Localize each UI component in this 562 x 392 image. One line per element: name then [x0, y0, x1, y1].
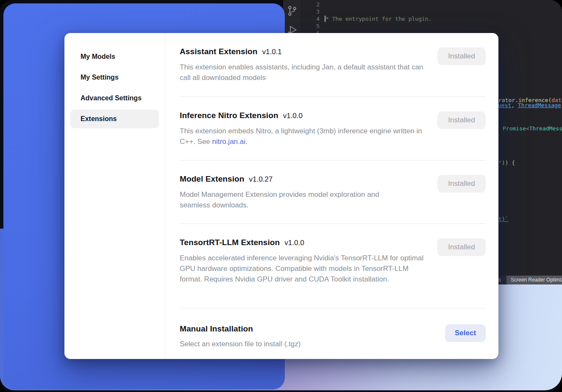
extension-row-assistant: Assistant Extension v1.0.1 This extensio… [180, 33, 486, 97]
extension-version: v1.0.0 [283, 110, 303, 122]
extension-row-model: Model Extension v1.0.27 Model Management… [180, 160, 486, 224]
select-file-button[interactable]: Select [445, 324, 486, 342]
code-fragment-brace: ")) { [498, 160, 515, 166]
installed-button[interactable]: Installed [437, 175, 486, 193]
code-fragment-template-end: t}` [498, 216, 508, 222]
settings-modal: My Models My Settings Advanced Settings … [64, 33, 498, 359]
extension-description: This extension embeds Nitro, a lightweig… [180, 126, 428, 147]
sidebar-item-label: Advanced Settings [81, 94, 142, 102]
code-line-2: * The entrypoint for the plugin. [326, 15, 562, 22]
sidebar-item-label: Extensions [81, 115, 117, 123]
extension-info: Model Extension v1.0.27 Model Management… [180, 173, 400, 210]
extension-description: Enables accelerated inference leveraging… [180, 253, 431, 284]
manual-installation-info: Manual Installation Select an extension … [180, 323, 300, 349]
extension-description: This extension enables assistants, inclu… [180, 62, 428, 83]
extension-title: Model Extension [180, 173, 244, 185]
extension-row-inference-nitro: Inference Nitro Extension v1.0.0 This ex… [180, 97, 486, 160]
code-fragment-inference: rator.inference(data)); [498, 97, 562, 103]
sidebar-item-my-models[interactable]: My Models [70, 47, 159, 66]
manual-installation-title: Manual Installation [180, 323, 253, 335]
extension-title: Assistant Extension [180, 46, 258, 58]
extension-info: TensortRT-LLM Extension v1.0.0 Enables a… [180, 237, 431, 284]
extension-row-tensorrt-llm: TensortRT-LLM Extension v1.0.0 Enables a… [180, 224, 486, 308]
sidebar-item-label: My Models [81, 53, 115, 61]
manual-installation-description: Select an extension file to install (.tg… [180, 339, 300, 349]
extension-info: Assistant Extension v1.0.1 This extensio… [180, 46, 428, 83]
sidebar-item-label: My Settings [81, 74, 119, 81]
installed-button[interactable]: Installed [437, 238, 486, 256]
installed-button[interactable]: Installed [437, 47, 486, 65]
extension-title: TensortRT-LLM Extension [180, 237, 280, 248]
screen-reader-status-item[interactable]: Screen Reader Optimized [506, 276, 562, 284]
editor-line-numbers: 2 3 4 5 6 [309, 0, 320, 37]
extensions-list: Assistant Extension v1.0.1 This extensio… [165, 33, 498, 359]
sidebar-item-my-settings[interactable]: My Settings [70, 68, 159, 87]
extension-description: Model Management Extension provides mode… [180, 189, 400, 210]
source-control-icon[interactable] [287, 5, 298, 17]
manual-installation-row: Manual Installation Select an extension … [180, 308, 486, 359]
code-fragment-promise: Promise<ThreadMessage> [503, 125, 562, 132]
extension-version: v1.0.0 [284, 237, 304, 249]
extension-version: v1.0.27 [249, 174, 273, 185]
sidebar-item-extensions[interactable]: Extensions [70, 110, 159, 128]
extension-version: v1.0.1 [262, 46, 282, 58]
sidebar-item-advanced-settings[interactable]: Advanced Settings [70, 89, 159, 108]
extension-title: Inference Nitro Extension [180, 110, 278, 121]
settings-sidebar: My Models My Settings Advanced Settings … [64, 33, 165, 359]
extension-info: Inference Nitro Extension v1.0.0 This ex… [180, 110, 428, 147]
desktop-screen: 2 3 4 5 6 * The entrypoint for the plugi… [0, 0, 562, 392]
installed-button[interactable]: Installed [437, 111, 486, 129]
nitro-jan-ai-link[interactable]: nitro.jan.ai. [212, 138, 248, 146]
